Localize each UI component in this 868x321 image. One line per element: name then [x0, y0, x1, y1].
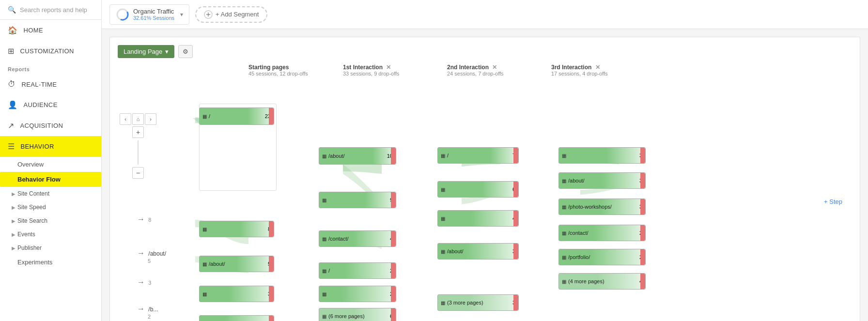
first-node-4[interactable]: ▦ / 2: [319, 262, 396, 279]
sidebar-item-realtime[interactable]: ⏱ REAL-TIME: [0, 74, 101, 94]
page-icon: ▦: [322, 153, 326, 159]
audience-label: AUDIENCE: [23, 101, 57, 108]
col-title-first: 1st Interaction ✕: [343, 64, 447, 71]
sidebar-item-acquisition[interactable]: ↗ ACQUISITION: [0, 115, 101, 136]
page-icon: ▦: [441, 300, 445, 306]
behavior-icon: ☰: [8, 142, 15, 151]
col-header-second: 2nd Interaction ✕ 24 sessions, 7 drop-of…: [447, 64, 551, 80]
nav-left-button[interactable]: ‹: [120, 113, 131, 125]
nav-home-button[interactable]: ⌂: [132, 113, 144, 125]
page-icon: ▦: [441, 249, 445, 254]
third-node-1[interactable]: ▦ 3: [558, 147, 646, 164]
first-node-1[interactable]: ▦ /about/ 10: [319, 147, 396, 165]
col-sub-first: 33 sessions, 9 drop-offs: [343, 71, 447, 76]
caret-icon: ▶: [12, 218, 16, 224]
first-node-2[interactable]: ▦ 9: [319, 192, 396, 208]
segment-bar: Organic Traffic 32.61% Sessions ▾ + Add …: [102, 0, 868, 29]
controls-row: Landing Page ▾ ⚙: [118, 45, 852, 58]
sidebar-item-customization[interactable]: ⊞ CUSTOMIZATION: [0, 41, 101, 61]
sidebar-sub-overview[interactable]: Overview: [0, 157, 101, 172]
flow-area[interactable]: Landing Page ▾ ⚙ Starting pages 45 sessi…: [102, 29, 868, 321]
first-node-6[interactable]: ▦ (6 more pages) 6: [319, 308, 396, 321]
first-node-5[interactable]: ▦ 2: [319, 286, 396, 302]
col-header-first: 1st Interaction ✕ 33 sessions, 9 drop-of…: [343, 64, 447, 80]
home-label: HOME: [23, 27, 43, 34]
third-node-6[interactable]: ▦ (4 more pages) 4: [558, 273, 646, 290]
third-node-3[interactable]: ▦ /photo-workshops/ 3: [558, 199, 646, 215]
page-icon: ▦: [322, 314, 326, 319]
first-node-3[interactable]: ▦ /contact/ 4: [319, 230, 396, 247]
page-icon: ▦: [441, 187, 445, 192]
second-node-1[interactable]: ▦ / 7: [437, 147, 519, 164]
starting-node-3[interactable]: ▦ /about/ 5: [199, 256, 274, 272]
third-node-5[interactable]: ▦ /portfolio/ 2: [558, 249, 646, 265]
entry-node-4: → 3: [137, 278, 151, 287]
page-icon: ▦: [562, 230, 566, 236]
second-node-4[interactable]: ▦ /about/ 3: [437, 243, 519, 260]
entry-node-2: → 8: [137, 215, 151, 224]
circle-plus-icon: [204, 10, 213, 19]
chevron-down-icon: ▾: [180, 11, 183, 18]
add-step-button[interactable]: + Step: [824, 198, 842, 205]
page-icon: ▦: [562, 279, 566, 284]
sidebar-item-audience[interactable]: 👤 AUDIENCE: [0, 94, 101, 115]
realtime-icon: ⏱: [8, 80, 16, 89]
add-segment-label: + Add Segment: [216, 11, 259, 18]
col-sub-starting: 45 sessions, 12 drop-offs: [248, 71, 343, 76]
col-title-third: 3rd Interaction ✕: [551, 64, 655, 71]
search-bar[interactable]: 🔍 Search reports and help: [0, 0, 101, 20]
second-node-5[interactable]: ▦ (3 more pages) 3: [437, 294, 519, 311]
sidebar: 🔍 Search reports and help 🏠 HOME ⊞ CUSTO…: [0, 0, 102, 321]
segment-name: Organic Traffic: [133, 8, 174, 15]
acquisition-icon: ↗: [8, 121, 14, 130]
sidebar-sub-publisher[interactable]: ▶ Publisher: [0, 241, 101, 255]
landing-page-label: Landing Page: [124, 48, 162, 55]
col-title-second: 2nd Interaction ✕: [447, 64, 551, 71]
organic-traffic-segment[interactable]: Organic Traffic 32.61% Sessions ▾: [109, 4, 189, 25]
caret-icon: ▶: [12, 232, 16, 237]
sidebar-item-behavior[interactable]: ☰ BEHAVIOR: [0, 136, 101, 157]
starting-node-5[interactable]: ▦ /b... 3 2: [199, 315, 274, 321]
col-title-starting: Starting pages: [248, 64, 343, 71]
third-node-4[interactable]: ▦ /contact/ 2: [558, 225, 646, 241]
sidebar-sub-site-content[interactable]: ▶ Site Content: [0, 187, 101, 200]
dropdown-arrow-icon: ▾: [165, 48, 169, 55]
sidebar-sub-events[interactable]: ▶ Events: [0, 228, 101, 241]
close-third-col-icon[interactable]: ✕: [595, 64, 600, 71]
col-sub-second: 24 sessions, 7 drop-offs: [447, 71, 551, 76]
page-icon: ▦: [322, 291, 326, 297]
close-first-col-icon[interactable]: ✕: [386, 64, 391, 71]
add-segment-button[interactable]: + Add Segment: [195, 6, 267, 23]
page-icon: ▦: [202, 114, 207, 119]
realtime-label: REAL-TIME: [21, 81, 57, 88]
flow-container: Landing Page ▾ ⚙ Starting pages 45 sessi…: [109, 37, 860, 321]
close-second-col-icon[interactable]: ✕: [492, 64, 497, 71]
search-placeholder: Search reports and help: [20, 6, 87, 14]
page-icon: ▦: [202, 261, 207, 267]
sidebar-sub-site-speed[interactable]: ▶ Site Speed: [0, 200, 101, 214]
search-icon: 🔍: [8, 6, 16, 14]
nav-right-button[interactable]: ›: [145, 113, 156, 125]
col-header-third: 3rd Interaction ✕ 17 sessions, 4 drop-of…: [551, 64, 655, 80]
page-icon: ▦: [202, 291, 207, 297]
page-icon: ▦: [441, 153, 445, 158]
landing-page-button[interactable]: Landing Page ▾: [118, 45, 174, 58]
sidebar-sub-behavior-flow[interactable]: Behavior Flow: [0, 172, 101, 187]
page-icon: ▦: [562, 153, 566, 158]
reports-section-label: Reports: [0, 61, 101, 74]
sidebar-item-home[interactable]: 🏠 HOME: [0, 20, 101, 41]
settings-button[interactable]: ⚙: [178, 45, 193, 58]
sidebar-sub-experiments[interactable]: Experiments: [0, 255, 101, 270]
zoom-in-button[interactable]: +: [132, 126, 144, 138]
starting-node-1[interactable]: ▦ / 23: [199, 107, 274, 125]
second-node-3[interactable]: ▦ 4: [437, 210, 519, 227]
caret-icon: ▶: [12, 205, 16, 210]
starting-node-4[interactable]: ▦ 3: [199, 286, 274, 302]
third-node-2[interactable]: ▦ /about/ 3: [558, 172, 646, 189]
page-icon: ▦: [322, 198, 326, 203]
starting-node-2[interactable]: ▦ 8: [199, 221, 274, 237]
second-node-2[interactable]: ▦ 6: [437, 181, 519, 198]
sidebar-sub-site-search[interactable]: ▶ Site Search: [0, 214, 101, 228]
page-icon: ▦: [562, 178, 566, 183]
zoom-out-button[interactable]: −: [132, 167, 144, 179]
